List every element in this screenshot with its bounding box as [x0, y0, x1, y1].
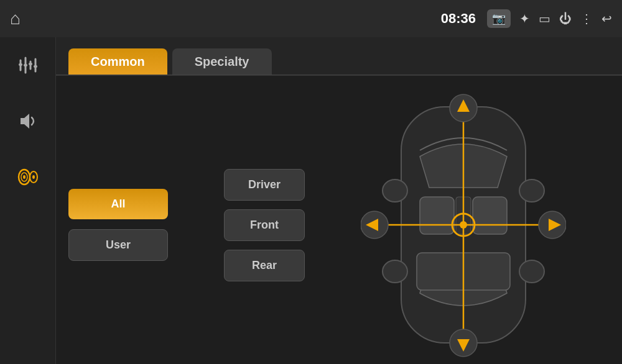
status-icons: 08:36 📷 ✦ ▭ ⏻ ⋮ ↩ [441, 9, 612, 28]
arrow-up [450, 94, 477, 122]
svg-rect-7 [34, 65, 37, 68]
sidebar [0, 37, 56, 364]
clock: 08:36 [441, 11, 476, 27]
svg-rect-16 [473, 197, 507, 234]
front-button[interactable]: Front [224, 209, 305, 241]
home-icon[interactable]: ⌂ [10, 9, 21, 29]
svg-rect-6 [29, 63, 32, 65]
svg-point-21 [383, 260, 407, 283]
svg-point-19 [383, 180, 407, 202]
svg-rect-4 [19, 63, 22, 66]
sidebar-item-speaker[interactable] [9, 162, 47, 193]
back-icon[interactable]: ↩ [601, 11, 612, 26]
svg-point-22 [519, 260, 544, 283]
arrow-right [539, 211, 566, 239]
controls-section: All User Driver Front Rear [56, 76, 622, 364]
rear-button[interactable]: Rear [224, 250, 305, 281]
all-button[interactable]: All [68, 189, 168, 219]
power-icon[interactable]: ⏻ [559, 12, 572, 26]
svg-point-11 [23, 175, 26, 179]
svg-point-20 [519, 180, 544, 202]
svg-rect-5 [24, 64, 27, 66]
tab-specialty[interactable]: Specialty [172, 48, 272, 75]
svg-point-26 [460, 221, 467, 229]
svg-point-13 [32, 175, 35, 179]
main-layout: Common Specialty All User Driver Front R… [0, 37, 622, 364]
user-button[interactable]: User [68, 229, 168, 261]
brightness-icon[interactable]: ✦ [519, 11, 530, 26]
content-area: Common Specialty All User Driver Front R… [56, 37, 622, 364]
driver-button[interactable]: Driver [224, 169, 305, 201]
camera-icon[interactable]: 📷 [487, 9, 511, 28]
tab-bar: Common Specialty [56, 37, 622, 76]
right-buttons: Driver Front Rear [199, 88, 305, 362]
more-icon[interactable]: ⋮ [580, 11, 593, 26]
car-svg [361, 88, 566, 362]
status-bar: ⌂ 08:36 📷 ✦ ▭ ⏻ ⋮ ↩ [0, 0, 622, 37]
arrow-down [450, 329, 477, 357]
left-controls: All User [68, 88, 168, 362]
car-diagram [317, 88, 610, 362]
car-container [361, 88, 566, 362]
svg-marker-8 [21, 114, 29, 129]
tab-common[interactable]: Common [68, 48, 167, 75]
svg-rect-15 [420, 197, 454, 234]
sidebar-item-volume[interactable] [9, 106, 47, 137]
sidebar-item-equalizer[interactable] [9, 50, 47, 81]
arrow-left [361, 211, 388, 239]
window-icon[interactable]: ▭ [539, 11, 550, 26]
